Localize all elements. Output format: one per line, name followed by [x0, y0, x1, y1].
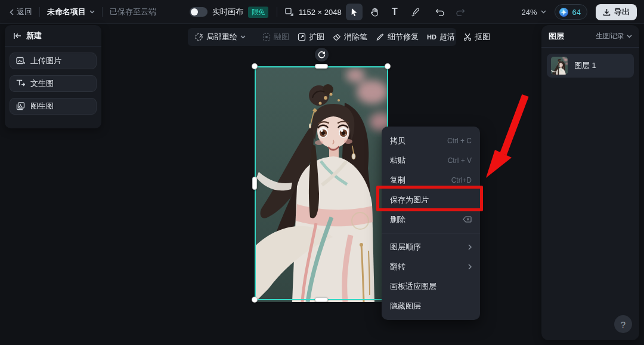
expand-image-button[interactable]: 扩图: [298, 32, 324, 42]
brush-tool-button[interactable]: [407, 4, 423, 20]
expand-image-icon: [298, 33, 306, 41]
toggle-knob: [191, 8, 198, 16]
detail-repair-button[interactable]: 细节修复: [376, 32, 419, 42]
resize-handle-left[interactable]: [252, 177, 257, 190]
resize-handle-top-right[interactable]: [385, 63, 391, 69]
text-tool-button[interactable]: T: [386, 4, 403, 20]
resize-icon[interactable]: [284, 7, 294, 17]
chevron-down-icon: [627, 35, 632, 38]
text-to-image-button[interactable]: 文生图: [10, 75, 97, 92]
menu-divider: [382, 233, 480, 233]
menu-item-duplicate[interactable]: 复制 Ctrl+D: [382, 170, 480, 190]
image-to-image-button[interactable]: 图生图: [10, 98, 97, 115]
menu-item-copy[interactable]: 拷贝 Ctrl + C: [382, 131, 480, 150]
hd-icon: HD: [427, 33, 436, 41]
backspace-icon: [463, 216, 472, 223]
chevron-down-icon: [541, 10, 546, 14]
back-button[interactable]: 返回: [10, 7, 32, 17]
top-bar: 返回 未命名项目 已保存至云端 实时画布 限免 1152 × 2048: [0, 0, 644, 24]
download-icon: [603, 8, 611, 16]
redo-button[interactable]: [452, 4, 469, 20]
chevron-left-icon: [10, 9, 14, 16]
layer-item[interactable]: 图层 1: [547, 54, 634, 78]
menu-item-paste[interactable]: 粘贴 Ctrl + V: [382, 150, 480, 170]
rotate-handle[interactable]: [315, 48, 329, 61]
hd-upscale-button[interactable]: HD 超清: [427, 32, 455, 42]
upload-image-button[interactable]: 上传图片: [10, 53, 97, 69]
chevron-down-icon: [89, 10, 95, 14]
divider: [102, 7, 103, 17]
inpaint-button[interactable]: 局部重绘: [195, 32, 246, 42]
menu-item-delete[interactable]: 删除: [382, 210, 480, 229]
shortcut: Ctrl + C: [447, 137, 472, 145]
eraser-icon: [333, 33, 341, 41]
layer-name: 图层 1: [574, 60, 596, 71]
layers-header: 图层 生图记录: [541, 25, 639, 48]
collapse-back-icon: [13, 32, 21, 39]
chevron-right-icon: [468, 264, 472, 270]
credits-count: 64: [572, 8, 581, 17]
cutout-button[interactable]: 抠图: [463, 32, 490, 42]
text-tool-icon: T: [392, 7, 398, 17]
shortcut: Ctrl + V: [448, 156, 472, 165]
realtime-canvas-toggle[interactable]: [190, 7, 208, 17]
new-header-label: 新建: [26, 30, 42, 41]
rotate-icon: [318, 51, 326, 58]
back-label: 返回: [17, 7, 32, 17]
menu-item-fit-canvas-to-layer[interactable]: 画板适应图层: [382, 276, 480, 296]
help-button[interactable]: ?: [614, 315, 632, 333]
menu-item-hide-layer[interactable]: 隐藏图层: [382, 296, 480, 316]
hand-icon: [370, 8, 379, 17]
canvas-toolbar: 局部重绘 融图 扩图 消除笔 细节修复 HD 超清 抠图: [188, 28, 456, 46]
canvas-size-control[interactable]: 1152 × 2048: [299, 8, 351, 17]
cursor-icon: [350, 8, 358, 17]
divider: [39, 7, 40, 17]
menu-item-layer-order[interactable]: 图层顺序: [382, 237, 480, 257]
detail-repair-icon: [376, 33, 385, 41]
eraser-pen-button[interactable]: 消除笔: [333, 32, 367, 42]
shortcut: Ctrl+D: [451, 176, 472, 184]
select-tool-button[interactable]: [346, 4, 363, 20]
generated-image: [255, 67, 388, 302]
upload-image-icon: [16, 57, 25, 65]
redo-icon: [456, 8, 465, 16]
layers-title: 图层: [549, 31, 564, 42]
canvas-image[interactable]: [255, 67, 388, 302]
zoom-control[interactable]: 24%: [522, 8, 546, 17]
export-button[interactable]: 导出: [596, 4, 637, 20]
credits-badge[interactable]: 64: [555, 4, 587, 20]
inpaint-brush-icon: [195, 33, 203, 41]
image-to-image-icon: [16, 102, 25, 110]
resize-handle-bottom[interactable]: [315, 297, 328, 302]
undo-button[interactable]: [432, 4, 448, 20]
app-root: 返回 未命名项目 已保存至云端 实时画布 限免 1152 × 2048: [0, 0, 644, 345]
save-status: 已保存至云端: [110, 7, 156, 17]
undo-icon: [435, 8, 445, 16]
context-menu: 拷贝 Ctrl + C 粘贴 Ctrl + V 复制 Ctrl+D 保存为图片 …: [382, 127, 480, 320]
coin-icon: [559, 7, 569, 17]
realtime-canvas-label: 实时画布: [212, 7, 243, 17]
text-to-image-icon: [16, 79, 25, 88]
layer-thumbnail: [551, 57, 568, 75]
left-panel: 新建 上传图片 文生图 图生图: [5, 25, 101, 128]
hand-tool-button[interactable]: [366, 4, 383, 20]
project-name[interactable]: 未命名项目: [47, 7, 95, 17]
menu-item-flip[interactable]: 翻转: [382, 257, 480, 276]
generation-history-button[interactable]: 生图记录: [596, 31, 632, 41]
free-badge: 限免: [248, 7, 268, 18]
menu-item-save-as-image[interactable]: 保存为图片: [382, 190, 480, 210]
chevron-right-icon: [468, 244, 472, 250]
brush-icon: [411, 8, 420, 17]
blend-image-button[interactable]: 融图: [262, 32, 289, 42]
chevron-down-icon: [240, 35, 246, 39]
resize-handle-bottom-left[interactable]: [252, 297, 258, 303]
resize-handle-top-left[interactable]: [252, 63, 258, 69]
divider: [277, 7, 277, 17]
layers-panel: 图层 生图记录 图层 1 ?: [541, 25, 639, 340]
new-header[interactable]: 新建: [5, 25, 101, 47]
cutout-icon: [463, 33, 472, 41]
blend-image-icon: [262, 33, 271, 41]
resize-handle-top[interactable]: [315, 64, 328, 69]
